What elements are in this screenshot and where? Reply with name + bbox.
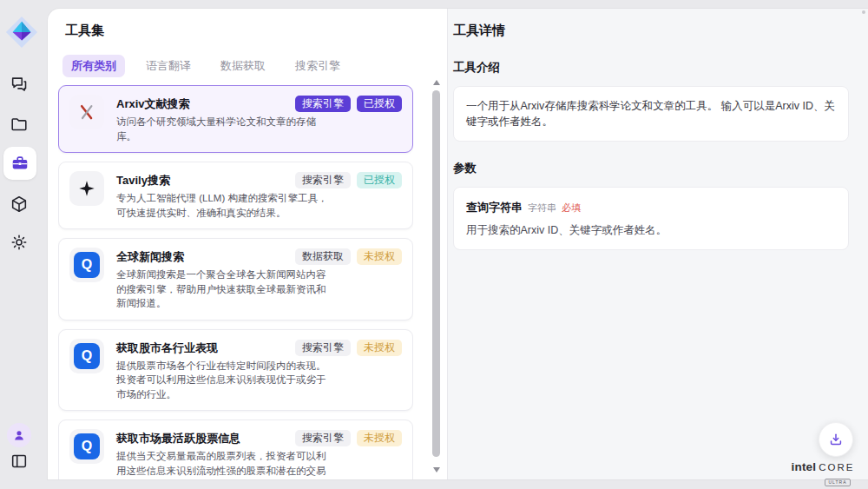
intro-heading: 工具介绍 (453, 60, 849, 76)
juhe-icon: Q (69, 339, 104, 373)
category-tabs: 所有类别 语言翻译 数据获取 搜索引擎 (62, 55, 447, 77)
param-desc: 用于搜索的Arxiv ID、关键字或作者姓名。 (466, 223, 836, 238)
scroll-down-arrow-icon[interactable] (433, 467, 440, 472)
toolset-panel: 工具集 所有类别 语言翻译 数据获取 搜索引擎 Arxiv文献搜索 访问各个研究… (48, 9, 447, 479)
tool-card-arxiv[interactable]: Arxiv文献搜索 访问各个研究领域大量科学论文和文章的存储库。 搜索引擎 已授… (58, 85, 413, 153)
tool-desc: 访问各个研究领域大量科学论文和文章的存储库。 (116, 115, 335, 143)
intro-card: 一个用于从Arxiv存储库搜索科学论文和文章的工具。 输入可以是Arxiv ID… (453, 86, 849, 142)
sidebar (0, 0, 48, 489)
category-badge: 搜索引擎 (295, 96, 351, 112)
tab-data-acquisition[interactable]: 数据获取 (212, 55, 274, 77)
param-type: 字符串 (528, 202, 556, 213)
param-name: 查询字符串 (466, 201, 523, 214)
juhe-icon: Q (69, 429, 104, 464)
tavily-star-icon (69, 171, 104, 206)
scroll-up-arrow-icon[interactable] (433, 80, 440, 85)
tool-card-tavily[interactable]: Tavily搜索 专为人工智能代理 (LLM) 构建的搜索引擎工具，可快速提供实… (58, 162, 413, 229)
tab-search-engine[interactable]: 搜索引擎 (286, 55, 349, 77)
juhe-icon: Q (69, 248, 104, 282)
tool-list: Arxiv文献搜索 访问各个研究领域大量科学论文和文章的存储库。 搜索引擎 已授… (58, 85, 413, 479)
tab-language-translation[interactable]: 语言翻译 (137, 55, 200, 77)
auth-badge: 已授权 (357, 172, 402, 188)
chat-icon[interactable] (8, 73, 30, 96)
param-required-flag: 必填 (562, 202, 581, 213)
tool-card-global-news[interactable]: Q 全球新闻搜索 全球新闻搜索是一个聚合全球各大新闻网站内容的搜索引擎，帮助用户… (58, 238, 413, 320)
category-badge: 搜索引擎 (295, 340, 351, 356)
tool-desc: 提供股票市场各个行业在特定时间段内的表现。投资者可以利用这些信息来识别表现优于或… (116, 359, 335, 402)
settings-gear-icon[interactable] (8, 231, 30, 254)
tool-card-active-stocks[interactable]: Q 获取市场最活跃股票信息 提供当天交易量最高的股票列表，投资者可以利用这些信息… (58, 420, 413, 479)
intel-core-logo: intelcore ultra (786, 460, 859, 486)
download-button[interactable] (819, 422, 853, 457)
params-heading: 参数 (453, 161, 849, 176)
panel-toggle-icon[interactable] (8, 450, 30, 472)
auth-badge: 已授权 (357, 96, 402, 112)
tool-details-panel: 工具详情 工具介绍 一个用于从Arxiv存储库搜索科学论文和文章的工具。 输入可… (447, 9, 868, 479)
intel-wordmark: intel (792, 460, 817, 473)
core-wordmark: core (819, 462, 854, 472)
details-title: 工具详情 (453, 23, 849, 39)
tool-desc: 专为人工智能代理 (LLM) 构建的搜索引擎工具，可快速提供实时、准确和真实的结… (116, 191, 335, 220)
category-badge: 搜索引擎 (295, 172, 351, 188)
auth-badge: 未授权 (357, 340, 402, 356)
user-avatar-icon[interactable] (7, 423, 31, 447)
tool-desc: 提供当天交易量最高的股票列表，投资者可以利用这些信息来识别流动性强的股票和潜在的… (116, 449, 335, 479)
param-card: 查询字符串字符串必填 用于搜索的Arxiv ID、关键字或作者姓名。 (453, 187, 849, 250)
param-header: 查询字符串字符串必填 (466, 199, 836, 215)
scrollbar-thumb[interactable] (432, 90, 440, 457)
tab-all-categories[interactable]: 所有类别 (62, 55, 125, 77)
toolbox-icon[interactable] (3, 147, 36, 180)
tool-card-sector-performance[interactable]: Q 获取股市各行业表现 提供股票市场各个行业在特定时间段内的表现。投资者可以利用… (58, 329, 413, 412)
toolset-title: 工具集 (65, 23, 447, 39)
category-badge: 搜索引擎 (295, 430, 351, 446)
arxiv-icon (69, 95, 104, 129)
cube-icon[interactable] (8, 193, 30, 215)
app-logo-icon (5, 16, 38, 49)
list-scrollbar[interactable] (431, 78, 443, 474)
tool-desc: 全球新闻搜索是一个聚合全球各大新闻网站内容的搜索引擎，帮助用户快速获取全球最新资… (116, 268, 335, 311)
download-icon (827, 431, 845, 448)
auth-badge: 未授权 (357, 248, 402, 265)
intro-text: 一个用于从Arxiv存储库搜索科学论文和文章的工具。 输入可以是Arxiv ID… (466, 98, 836, 129)
ultra-badge: ultra (825, 479, 850, 486)
page-scroll-nub[interactable] (862, 10, 865, 14)
auth-badge: 未授权 (357, 430, 402, 446)
category-badge: 数据获取 (295, 248, 351, 265)
folder-icon[interactable] (8, 113, 30, 135)
main-panel: 工具集 所有类别 语言翻译 数据获取 搜索引擎 Arxiv文献搜索 访问各个研究… (48, 9, 868, 479)
